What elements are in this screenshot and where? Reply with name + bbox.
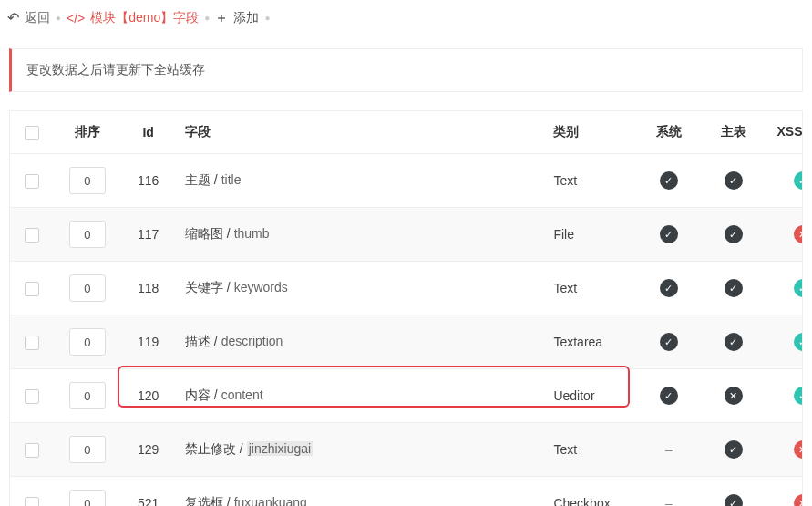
- id-cell: 117: [120, 208, 176, 262]
- dash-icon: –: [665, 496, 673, 506]
- separator-dot: ●: [264, 13, 270, 23]
- check-icon[interactable]: ✓: [660, 225, 678, 243]
- system-cell: ✓: [637, 262, 702, 315]
- main-cell: ✓: [701, 208, 766, 262]
- table-row: 118关键字 / keywordsText✓✓✓: [10, 262, 803, 315]
- xss-cell: ✓: [766, 262, 803, 315]
- row-checkbox[interactable]: [25, 389, 39, 404]
- table-row: 119描述 / descriptionTextarea✓✓✓: [10, 315, 803, 369]
- sort-input[interactable]: [69, 490, 106, 506]
- main-cell: ✓: [701, 315, 766, 369]
- x-icon[interactable]: ✕: [794, 440, 803, 459]
- x-icon[interactable]: ✕: [794, 494, 803, 506]
- table-row: 129禁止修改 / jinzhixiugaiText–✓✕: [10, 423, 803, 477]
- row-checkbox[interactable]: [25, 228, 39, 243]
- table-row: 521复选框 / fuxuankuangCheckbox–✓✕: [10, 477, 803, 507]
- type-cell: Ueditor: [544, 369, 636, 423]
- check-icon[interactable]: ✓: [660, 171, 678, 190]
- type-cell: Textarea: [544, 315, 636, 369]
- header-sort: 排序: [55, 111, 121, 154]
- table-row: 116主题 / titleText✓✓✓: [10, 154, 803, 208]
- check-icon[interactable]: ✓: [725, 225, 743, 243]
- id-cell: 120: [120, 369, 176, 423]
- breadcrumb-label[interactable]: 模块【demo】字段: [90, 10, 199, 26]
- field-cell[interactable]: 描述 / description: [176, 315, 544, 369]
- type-cell: File: [544, 208, 636, 262]
- field-cell[interactable]: 复选框 / fuxuankuang: [176, 477, 544, 507]
- system-cell: –: [637, 477, 702, 507]
- add-label[interactable]: 添加: [233, 10, 259, 26]
- id-cell: 521: [120, 477, 176, 507]
- xss-cell: ✕: [766, 208, 803, 262]
- system-cell: ✓: [637, 369, 702, 423]
- fields-table: 排序 Id 字段 类别 系统 主表 XSS过滤 116主题 / titleTex…: [9, 110, 803, 506]
- check-icon[interactable]: ✓: [660, 387, 678, 405]
- x-icon[interactable]: ✕: [794, 225, 803, 243]
- back-icon[interactable]: ↶: [7, 9, 19, 26]
- main-cell: ✓: [701, 262, 766, 315]
- sort-cell: [55, 208, 121, 262]
- field-label: 内容: [185, 387, 211, 402]
- check-icon[interactable]: ✓: [660, 333, 678, 351]
- id-cell: 129: [120, 423, 176, 477]
- x-icon[interactable]: ✕: [725, 387, 743, 405]
- system-cell: ✓: [637, 154, 702, 208]
- check-icon[interactable]: ✓: [794, 171, 803, 190]
- header-system: 系统: [637, 111, 702, 154]
- field-cell[interactable]: 关键字 / keywords: [176, 262, 544, 315]
- main-cell: ✕: [701, 369, 766, 423]
- check-icon[interactable]: ✓: [794, 279, 803, 297]
- check-icon[interactable]: ✓: [794, 387, 803, 405]
- row-checkbox-cell: [10, 315, 55, 369]
- check-icon[interactable]: ✓: [725, 333, 743, 351]
- row-checkbox-cell: [10, 477, 55, 507]
- sort-cell: [55, 154, 121, 208]
- separator-dot: ●: [204, 13, 210, 23]
- notice-box: 更改数据之后请更新下全站缓存: [9, 48, 803, 92]
- field-label: 缩略图: [185, 226, 223, 241]
- header-xss: XSS过滤: [766, 111, 803, 154]
- sort-input[interactable]: [69, 274, 106, 302]
- main-cell: ✓: [701, 154, 766, 208]
- separator-dot: ●: [56, 13, 61, 23]
- field-code: description: [221, 334, 283, 348]
- field-code: content: [221, 387, 263, 402]
- sort-input[interactable]: [69, 436, 106, 463]
- row-checkbox[interactable]: [25, 336, 39, 350]
- type-cell: Text: [544, 423, 636, 477]
- field-code: title: [221, 172, 242, 187]
- check-icon[interactable]: ✓: [794, 333, 803, 351]
- row-checkbox-cell: [10, 208, 55, 262]
- check-icon[interactable]: ✓: [725, 494, 743, 506]
- check-icon[interactable]: ✓: [725, 440, 743, 459]
- field-label: 禁止修改: [185, 441, 236, 456]
- system-cell: ✓: [637, 315, 702, 369]
- field-cell[interactable]: 禁止修改 / jinzhixiugai: [176, 423, 544, 477]
- plus-icon[interactable]: ＋: [215, 10, 228, 26]
- table-row: 117缩略图 / thumbFile✓✓✕: [10, 208, 803, 262]
- sort-input[interactable]: [69, 328, 106, 356]
- field-cell[interactable]: 内容 / content: [176, 369, 544, 423]
- header-main: 主表: [701, 111, 766, 154]
- row-checkbox[interactable]: [25, 282, 39, 296]
- sort-input[interactable]: [69, 221, 106, 248]
- row-checkbox[interactable]: [25, 174, 39, 189]
- field-cell[interactable]: 缩略图 / thumb: [176, 208, 544, 262]
- row-checkbox[interactable]: [25, 497, 39, 506]
- header-id: Id: [120, 111, 176, 154]
- header-checkbox[interactable]: [10, 111, 55, 154]
- type-cell: Text: [544, 154, 636, 208]
- main-cell: ✓: [701, 423, 766, 477]
- check-icon[interactable]: ✓: [660, 279, 678, 297]
- back-label[interactable]: 返回: [25, 10, 50, 26]
- row-checkbox-cell: [10, 369, 55, 423]
- check-icon[interactable]: ✓: [725, 171, 743, 190]
- field-cell[interactable]: 主题 / title: [176, 154, 544, 208]
- row-checkbox[interactable]: [25, 443, 39, 458]
- xss-cell: ✓: [766, 369, 803, 423]
- type-cell: Text: [544, 262, 636, 315]
- system-cell: –: [637, 423, 702, 477]
- check-icon[interactable]: ✓: [725, 279, 743, 297]
- sort-input[interactable]: [69, 382, 106, 409]
- sort-input[interactable]: [69, 167, 106, 194]
